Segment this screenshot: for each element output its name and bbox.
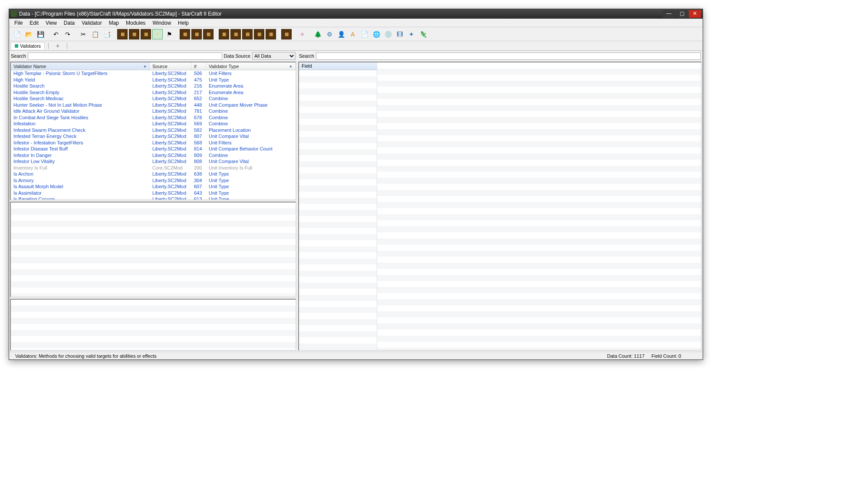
menu-modules[interactable]: Modules — [122, 19, 149, 27]
open-icon[interactable]: 📂 — [23, 29, 34, 39]
table-row[interactable]: Infested Swarm Placement CheckLiberty.SC… — [11, 127, 296, 134]
module-person-icon[interactable]: 👤 — [336, 29, 346, 39]
field-right-body[interactable] — [377, 62, 701, 350]
module-disk-icon[interactable]: 💿 — [383, 29, 393, 39]
table-row[interactable]: In Combat And Siege Tank HostilesLiberty… — [11, 114, 296, 121]
table-row[interactable]: Is Baneling CocoonLiberty.SC2Mod613Unit … — [11, 196, 296, 199]
tab-label: Validators — [20, 43, 41, 49]
right-column: Search Field — [298, 52, 702, 351]
datasource-select[interactable]: All Data — [252, 52, 296, 60]
add-tab-button[interactable]: ＋ — [52, 42, 63, 50]
data-icon-10[interactable]: ▦ — [242, 29, 253, 39]
close-button[interactable]: ✕ — [689, 10, 701, 18]
table-row[interactable]: Is AssimilatorLiberty.SC2Mod643Unit Type — [11, 190, 296, 196]
status-fieldcount: Field Count: 0 — [648, 353, 700, 359]
bottom-panel-content[interactable] — [11, 300, 296, 350]
data-icon-4[interactable]: ✶ — [152, 29, 163, 39]
table-row[interactable]: Infested Terran Energy CheckLiberty.SC2M… — [11, 133, 296, 140]
data-icon-7[interactable]: ▦ — [203, 29, 214, 39]
bottom-panel — [10, 299, 296, 351]
flag-icon[interactable]: ⚑ — [164, 29, 174, 39]
table-row[interactable]: Infestor In DangerLiberty.SC2Mod809Combi… — [11, 152, 296, 159]
col-source[interactable]: Source — [150, 62, 191, 70]
paste-icon[interactable]: 📑 — [102, 29, 112, 39]
middle-panel — [10, 202, 296, 297]
redo-icon[interactable]: ↷ — [62, 29, 73, 39]
left-search-row: Search Data Source All Data — [10, 52, 296, 60]
module-misc-icon[interactable]: ⟡ — [297, 29, 307, 39]
toolbar: 📄 📂 💾 ↶ ↷ ✂ 📋 📑 ▦ ▦ ▦ ✶ ⚑ ▦ ▦ ▦ ▦ ▦ ▦ ▦ … — [9, 27, 703, 41]
field-left-body[interactable] — [299, 70, 377, 350]
menubar: File Edit View Data Validator Map Module… — [9, 19, 703, 27]
table-row[interactable]: Hostile SearchLiberty.SC2Mod216Enumerate… — [11, 83, 296, 89]
data-icon-6[interactable]: ▦ — [191, 29, 202, 39]
col-num[interactable]: # — [191, 62, 206, 70]
field-panel: Field — [298, 62, 702, 351]
menu-view[interactable]: View — [42, 19, 60, 27]
data-icon-11[interactable]: ▦ — [254, 29, 264, 39]
data-icon-12[interactable]: ▦ — [266, 29, 276, 39]
menu-edit[interactable]: Edit — [26, 19, 42, 27]
table-row[interactable]: Hostile Search EmptyLiberty.SC2Mod217Enu… — [11, 89, 296, 96]
field-header[interactable]: Field — [299, 62, 377, 70]
field-left: Field — [299, 62, 377, 350]
table-row[interactable]: Hunter Seeker - Not In Last Motion Phase… — [11, 102, 296, 108]
data-icon-3[interactable]: ▦ — [141, 29, 151, 39]
content-area: Search Data Source All Data Validator Na… — [9, 51, 703, 352]
data-icon-5[interactable]: ▦ — [180, 29, 190, 39]
copy-icon[interactable]: 📋 — [90, 29, 100, 39]
menu-validator[interactable]: Validator — [78, 19, 105, 27]
table-row[interactable]: High YieldLiberty.SC2Mod475Unit Type — [11, 77, 296, 83]
table-row[interactable]: Inventory Is FullCore.SC2Mod200Unit Inve… — [11, 165, 296, 171]
col-name[interactable]: Validator Name▲ — [11, 62, 150, 70]
menu-window[interactable]: Window — [149, 19, 174, 27]
module-gear-icon[interactable]: ⚙ — [324, 29, 335, 39]
module-text-icon[interactable]: A — [348, 29, 358, 39]
module-film-icon[interactable]: 🎞 — [395, 29, 405, 39]
data-icon-9[interactable]: ▦ — [230, 29, 241, 39]
table-row[interactable]: Hostile Search MedivacLiberty.SC2Mod652C… — [11, 95, 296, 102]
module-tree-icon[interactable]: 🌲 — [312, 29, 323, 39]
table-row[interactable]: Infestor Disease Test BuffLiberty.SC2Mod… — [11, 146, 296, 152]
menu-map[interactable]: Map — [105, 19, 122, 27]
new-icon[interactable]: 📄 — [12, 29, 22, 39]
cut-icon[interactable]: ✂ — [78, 29, 89, 39]
undo-icon[interactable]: ↶ — [51, 29, 61, 39]
list-body[interactable]: High Templar - Psionic Storm U TargetFil… — [11, 70, 296, 199]
table-row[interactable]: Infestor Low VitalityLiberty.SC2Mod808Un… — [11, 158, 296, 165]
menu-data[interactable]: Data — [60, 19, 78, 27]
menu-file[interactable]: File — [11, 19, 26, 27]
validator-list-panel: Validator Name▲ Source # Validator Type▲… — [10, 62, 296, 200]
data-icon-13[interactable]: ▦ — [281, 29, 292, 39]
tab-validators[interactable]: Validators — [11, 42, 45, 49]
search-input[interactable] — [28, 52, 222, 60]
table-row[interactable]: InfestationLiberty.SC2Mod569Combine — [11, 121, 296, 127]
right-search-input[interactable] — [316, 52, 701, 60]
status-datacount: Data Count: 1117 — [604, 353, 648, 359]
middle-panel-content[interactable] — [11, 203, 296, 297]
data-icon-2[interactable]: ▦ — [129, 29, 139, 39]
data-icon-8[interactable]: ▦ — [219, 29, 229, 39]
col-type[interactable]: Validator Type▲ — [206, 62, 296, 70]
table-row[interactable]: Idle Attack Air Ground ValidatorLiberty.… — [11, 108, 296, 114]
left-column: Search Data Source All Data Validator Na… — [10, 52, 296, 351]
app-icon — [11, 11, 17, 17]
menu-help[interactable]: Help — [174, 19, 192, 27]
table-row[interactable]: Infestor - Infestation TargetFiltersLibe… — [11, 140, 296, 146]
titlebar: Data - [C:/Program Files (x86)/StarCraft… — [9, 9, 703, 19]
minimize-button[interactable]: — — [663, 10, 675, 18]
module-creature-icon[interactable]: 🦎 — [418, 29, 428, 39]
table-row[interactable]: Is Assault Morph ModelLiberty.SC2Mod607U… — [11, 183, 296, 190]
data-icon-1[interactable]: ▦ — [117, 29, 128, 39]
module-splash-icon[interactable]: ✦ — [406, 29, 417, 39]
window-title: Data - [C:/Program Files (x86)/StarCraft… — [19, 11, 663, 17]
table-row[interactable]: Is ArchonLiberty.SC2Mod638Unit Type — [11, 171, 296, 177]
maximize-button[interactable]: ▢ — [676, 10, 688, 18]
table-row[interactable]: High Templar - Psionic Storm U TargetFil… — [11, 70, 296, 77]
save-icon[interactable]: 💾 — [35, 29, 46, 39]
table-row[interactable]: Is ArmoryLiberty.SC2Mod304Unit Type — [11, 177, 296, 184]
tab-dot-icon — [15, 44, 18, 48]
module-doc-icon[interactable]: 📄 — [359, 29, 370, 39]
module-globe-icon[interactable]: 🌐 — [371, 29, 381, 39]
app-window: Data - [C:/Program Files (x86)/StarCraft… — [9, 9, 703, 360]
